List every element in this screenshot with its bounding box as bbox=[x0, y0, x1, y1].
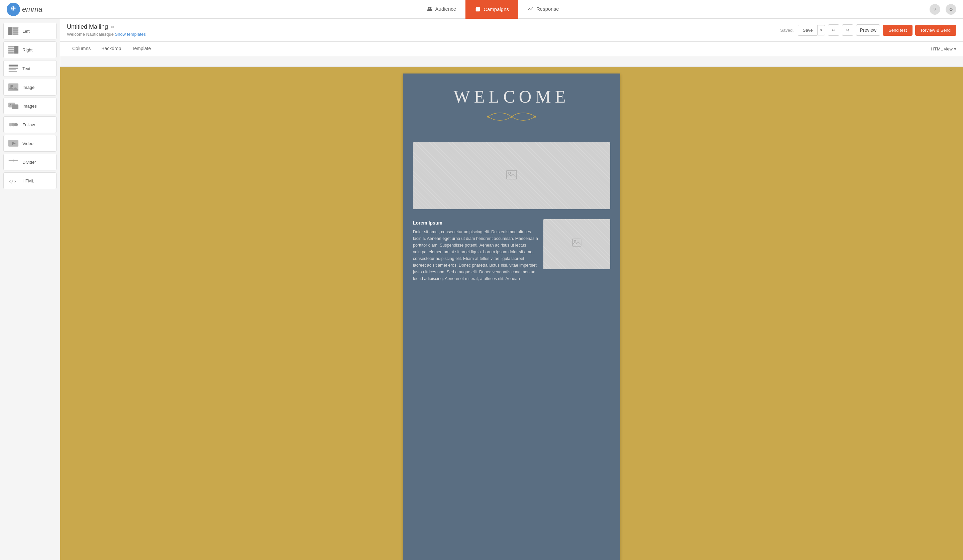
tab-columns[interactable]: Columns bbox=[67, 42, 96, 56]
save-dropdown-button[interactable]: ▾ bbox=[817, 25, 825, 36]
canvas-top-bar bbox=[60, 56, 963, 67]
html-icon: </> bbox=[8, 176, 19, 185]
sidebar-item-left-label: Left bbox=[23, 29, 30, 34]
settings-button[interactable]: ⚙ bbox=[945, 4, 956, 15]
sidebar-item-html[interactable]: </> HTML bbox=[3, 172, 57, 189]
sidebar-item-video-label: Video bbox=[23, 141, 34, 146]
nav-right: ? ⚙ bbox=[929, 4, 956, 15]
email-body: Lorem Ipsum Dolor sit amet, consectetur … bbox=[403, 216, 620, 292]
saved-status: Saved. bbox=[780, 28, 793, 33]
svg-rect-7 bbox=[8, 27, 12, 35]
image-icon bbox=[8, 83, 19, 92]
nav-campaigns[interactable]: Campaigns bbox=[465, 0, 518, 19]
help-button[interactable]: ? bbox=[929, 4, 940, 15]
svg-rect-14 bbox=[8, 50, 14, 52]
tab-template[interactable]: Template bbox=[126, 42, 156, 56]
sidebar: Left Right bbox=[0, 19, 60, 560]
show-templates-link[interactable]: Show templates bbox=[115, 32, 146, 37]
sidebar-item-video[interactable]: Video bbox=[3, 135, 57, 152]
svg-point-5 bbox=[430, 7, 431, 9]
canvas-background: WELCOME bbox=[60, 67, 963, 560]
svg-point-39 bbox=[534, 116, 536, 118]
sidebar-item-right-label: Right bbox=[23, 47, 32, 52]
svg-point-29 bbox=[15, 123, 18, 127]
svg-point-4 bbox=[428, 7, 430, 9]
sidebar-item-html-label: HTML bbox=[23, 178, 34, 183]
email-header: WELCOME bbox=[403, 73, 620, 136]
sidebar-item-text-label: Text bbox=[23, 66, 31, 71]
main-layout: Left Right bbox=[0, 19, 963, 560]
main-image-placeholder bbox=[413, 142, 610, 209]
sidebar-item-right[interactable]: Right bbox=[3, 41, 57, 58]
sidebar-item-text[interactable]: Text bbox=[3, 60, 57, 77]
main-image-icon bbox=[506, 170, 517, 181]
undo-button[interactable]: ↩ bbox=[828, 24, 839, 36]
sidebar-item-follow-label: Follow bbox=[23, 122, 35, 127]
svg-rect-13 bbox=[8, 48, 14, 49]
logo-icon bbox=[7, 3, 20, 16]
nav-items: Audience Campaigns Response bbox=[56, 0, 929, 19]
svg-rect-15 bbox=[8, 52, 14, 53]
sidebar-item-images[interactable]: Images bbox=[3, 97, 57, 114]
svg-rect-11 bbox=[13, 33, 18, 35]
top-nav: emma Audience Campaigns Response ? ⚙ bbox=[0, 0, 963, 19]
svg-point-26 bbox=[10, 104, 11, 105]
svg-rect-17 bbox=[9, 65, 18, 66]
nav-response[interactable]: Response bbox=[518, 0, 569, 19]
svg-rect-22 bbox=[8, 83, 18, 91]
edit-title-icon[interactable]: ✏ bbox=[111, 24, 115, 30]
html-view-button[interactable]: HTML view ▾ bbox=[931, 42, 956, 55]
svg-point-37 bbox=[511, 116, 512, 118]
svg-rect-21 bbox=[9, 71, 17, 72]
editor-area: Untitled Mailing ✏ Welcome Nauticalesque… bbox=[60, 19, 963, 560]
save-button[interactable]: Save bbox=[798, 25, 817, 36]
save-button-group: Save ▾ bbox=[798, 25, 825, 36]
svg-point-23 bbox=[10, 85, 13, 87]
editor-tabs: Columns Backdrop Template HTML view ▾ bbox=[60, 42, 963, 56]
sidebar-item-left[interactable]: Left bbox=[3, 23, 57, 39]
svg-point-38 bbox=[487, 116, 489, 118]
follow-icon: ... bbox=[8, 120, 19, 129]
sidebar-item-follow[interactable]: ... Follow bbox=[3, 116, 57, 133]
svg-text:</>: </> bbox=[9, 179, 16, 184]
sidebar-item-image[interactable]: Image bbox=[3, 79, 57, 95]
tabs-left: Columns Backdrop Template bbox=[67, 42, 156, 56]
svg-marker-35 bbox=[13, 161, 14, 162]
svg-point-41 bbox=[509, 172, 511, 174]
send-test-button[interactable]: Send test bbox=[883, 25, 913, 36]
text-layout-icon bbox=[8, 64, 19, 73]
email-image-block bbox=[403, 136, 620, 216]
svg-marker-34 bbox=[13, 159, 14, 161]
nav-audience[interactable]: Audience bbox=[417, 0, 466, 19]
svg-text:...: ... bbox=[9, 124, 11, 127]
divider-icon bbox=[8, 157, 19, 167]
tab-backdrop[interactable]: Backdrop bbox=[96, 42, 126, 56]
logo-area: emma bbox=[7, 3, 42, 16]
mailing-info: Untitled Mailing ✏ Welcome Nauticalesque… bbox=[67, 23, 777, 37]
side-image-icon bbox=[572, 238, 582, 250]
mailing-title-text: Untitled Mailing bbox=[67, 23, 108, 31]
canvas-wrapper[interactable]: WELCOME bbox=[60, 56, 963, 560]
svg-point-43 bbox=[574, 241, 576, 242]
sidebar-item-divider-label: Divider bbox=[23, 160, 36, 165]
svg-rect-16 bbox=[15, 46, 18, 53]
left-layout-icon bbox=[8, 26, 19, 36]
mailing-subtitle: Welcome Nauticalesque Show templates bbox=[67, 32, 777, 37]
svg-point-3 bbox=[14, 7, 15, 9]
review-send-button[interactable]: Review & Send bbox=[915, 25, 956, 36]
svg-rect-12 bbox=[8, 46, 14, 47]
svg-rect-42 bbox=[572, 239, 581, 246]
svg-rect-25 bbox=[12, 105, 19, 109]
svg-rect-19 bbox=[9, 68, 18, 69]
svg-rect-18 bbox=[9, 66, 18, 68]
side-image-placeholder bbox=[543, 219, 610, 269]
sidebar-item-divider[interactable]: Divider bbox=[3, 154, 57, 170]
svg-rect-8 bbox=[13, 27, 18, 28]
svg-rect-20 bbox=[9, 70, 16, 71]
ornament-decoration bbox=[413, 110, 610, 126]
sidebar-item-image-label: Image bbox=[23, 85, 34, 90]
redo-button[interactable]: ↪ bbox=[842, 24, 853, 36]
svg-point-2 bbox=[12, 7, 13, 9]
svg-rect-9 bbox=[13, 29, 18, 31]
preview-button[interactable]: Preview bbox=[856, 24, 880, 36]
